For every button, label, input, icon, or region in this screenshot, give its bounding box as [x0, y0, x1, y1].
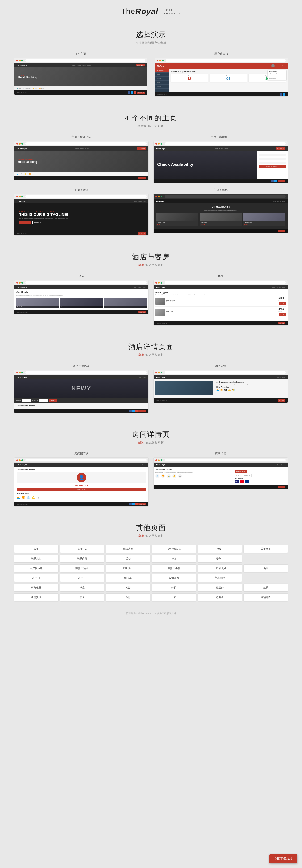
rd-checkin-btn[interactable]: Check In [235, 474, 242, 477]
footer-book-btn[interactable]: BOOK NOW [137, 92, 145, 94]
sidebar-payment[interactable]: Payment [155, 77, 169, 81]
c-tagline-sub: HERE IS OUR THIRD TAGLINE [19, 211, 144, 212]
form-adults-input[interactable] [259, 162, 286, 164]
q-link-3: Hotels [85, 148, 88, 149]
form-checkout-input[interactable] [259, 158, 286, 160]
r-content: Room Types Lorem ipsum dolor sit amet co… [154, 289, 288, 321]
op-btn-24[interactable]: 所有组图 [14, 584, 58, 591]
q-book[interactable]: BOOK NOW [137, 147, 146, 150]
op-btn-33[interactable]: 分页 [152, 593, 196, 601]
nav-rooms: Rooms [77, 64, 81, 66]
op-btn-9[interactable]: 博客 [152, 555, 196, 562]
op-btn-2[interactable]: 编辑房间 [106, 545, 150, 553]
op-btn-22[interactable]: 美容学院 [198, 574, 242, 582]
twitter-icon [131, 91, 133, 94]
c-footer-btn[interactable]: BOOK NOW [139, 232, 146, 235]
rd-checkout-btn[interactable]: Check Out [243, 474, 251, 477]
op-btn-19[interactable]: 高层 -2 [60, 574, 104, 582]
c-btn-explore[interactable]: EXPLORE [32, 221, 43, 224]
op-btn-21[interactable]: 取消消费 [152, 574, 196, 582]
op-btn-18[interactable]: 高层 -1 [14, 574, 58, 582]
op-btn-10[interactable]: 服务 -1 [198, 555, 242, 562]
notif-item-2: Payment received [269, 75, 285, 78]
op-btn-5[interactable]: 关于我们 [244, 545, 288, 553]
rh-footer-book[interactable]: BOOK NOW [139, 503, 146, 505]
op-btn-31[interactable]: 桌子 [60, 593, 104, 601]
r-book-btn[interactable]: BOOK NOW [278, 322, 285, 324]
op-btn-0[interactable]: 买单 [14, 545, 58, 553]
sidebar-my-bookings[interactable]: My Bookings [155, 69, 169, 73]
rh-red [16, 459, 18, 461]
form-submit-btn[interactable]: CHECK AVAILABILITY [259, 165, 286, 167]
op-btn-29[interactable]: 架构 [244, 584, 288, 591]
op-btn-16[interactable]: CIB 新页-1 [198, 564, 242, 572]
section-other-pages: 其他页面 皇家 酒店及客素材 买单 买单 +1 编辑房间 便利设施 -1 预订 … [0, 514, 302, 608]
hotel-overlay-2: Panorama [60, 306, 102, 308]
op-btn-3[interactable]: 便利设施 -1 [152, 545, 196, 553]
d-footer-btn[interactable]: BOOK NOW [278, 230, 285, 232]
b-nav-links: Home Rooms Hotels [215, 148, 228, 149]
b-link-1: Home [215, 148, 218, 149]
op-btn-32[interactable]: 相册 [106, 593, 150, 601]
mockup-rooms: TheRoyal Home Rooms Hotels Room Types Lo… [153, 280, 288, 326]
op-btn-20[interactable]: 购价格 [106, 574, 150, 582]
op-btn-1[interactable]: 买单 +1 [60, 545, 104, 553]
op-btn-7[interactable]: 联系内部 [60, 555, 104, 562]
hh-l2: Hotels [143, 377, 146, 378]
other-pages-brand: 皇家 [138, 534, 144, 537]
op-btn-8[interactable]: 活动 [106, 555, 150, 562]
sidebar-events[interactable]: Events [155, 73, 169, 77]
rd-links: Home Rooms [277, 464, 285, 465]
hotel-overlay-3: Riverside [104, 306, 147, 308]
mock-nav-links: Home Rooms Hotels Events [72, 64, 91, 66]
rd-book-btn[interactable]: BOOK NOW [235, 470, 247, 473]
q-footer-book[interactable]: BOOK NOW [139, 177, 146, 179]
hh-footer-right: BOOK NOW [129, 410, 146, 412]
r-l3: Hotels [282, 287, 285, 288]
mock-book-btn[interactable]: BOOK NOW [136, 64, 145, 66]
op-btn-25[interactable]: 标准 [60, 584, 104, 591]
c-btn-book[interactable]: BOOK NOW [19, 221, 31, 224]
room-book-btn-master[interactable]: BOOK [279, 302, 286, 305]
hh-footer-book[interactable]: BOOK NOW [139, 410, 146, 412]
demo-preview-homepage: 4 个主页 TheRoyal Home Rooms Hotels Events [14, 52, 148, 97]
b-book[interactable]: BOOK NOW [276, 147, 285, 150]
op-btn-12[interactable]: 用户仪表板 [14, 564, 58, 572]
c-footer: Phone: (+66) 14 21 21 21 BOOK NOW [14, 231, 148, 236]
mock-logo: TheRoyal [17, 64, 27, 66]
hh-green [22, 372, 23, 373]
h-nav: TheRoyal Home Rooms Hotels [14, 285, 148, 289]
sidebar-settings[interactable]: Settings [155, 85, 169, 89]
op-btn-30[interactable]: 团规报课 [14, 593, 58, 601]
op-btn-13[interactable]: 数据库活动 [60, 564, 104, 572]
rd-book-footer[interactable]: BOOK NOW [278, 486, 285, 488]
hh-checkout-input[interactable] [39, 399, 48, 402]
hh-check-btn[interactable]: SEARCH [49, 399, 57, 402]
h-book-btn[interactable]: BOOK NOW [139, 311, 146, 313]
sidebar-profile[interactable]: Profile [155, 81, 169, 85]
op-btn-35[interactable]: 网站地图 [244, 593, 288, 601]
rd-l1: Home [277, 464, 280, 465]
op-btn-15[interactable]: 数据库事件 [152, 564, 196, 572]
hotel-detail-rest: 酒店及客素材 [145, 353, 164, 356]
download-button[interactable]: 立即下载模板 [269, 854, 297, 863]
nav-events: Events [87, 64, 91, 66]
op-btn-28[interactable]: 进度条 [198, 584, 242, 591]
hh-checkin-input[interactable] [22, 399, 31, 402]
op-btn-27[interactable]: 分页 [152, 584, 196, 591]
rh-book-now-btn[interactable]: BOOK NOW [17, 488, 146, 491]
form-checkin-input[interactable] [259, 154, 286, 156]
op-btn-4[interactable]: 预订 [198, 545, 242, 553]
op-btn-26[interactable]: 相册 [106, 584, 150, 591]
room-book-btn-mini[interactable]: BOOK [279, 313, 286, 316]
op-btn-17[interactable]: 画廊 [244, 564, 288, 572]
c-logo: TheRoyal [17, 200, 25, 202]
op-btn-14[interactable]: DB 预订 [106, 564, 150, 572]
op-btn-34[interactable]: 进度条 [198, 593, 242, 601]
amenity-pool-icon: 🏊 [216, 389, 219, 391]
hd-nav: TheRoyal Home Hotels [154, 375, 288, 379]
hh-red [16, 372, 18, 373]
b-footer-book[interactable]: BOOK NOW [278, 180, 285, 182]
hd-book-btn[interactable]: BOOK NOW [278, 399, 285, 402]
op-btn-6[interactable]: 联系我们 [14, 555, 58, 562]
